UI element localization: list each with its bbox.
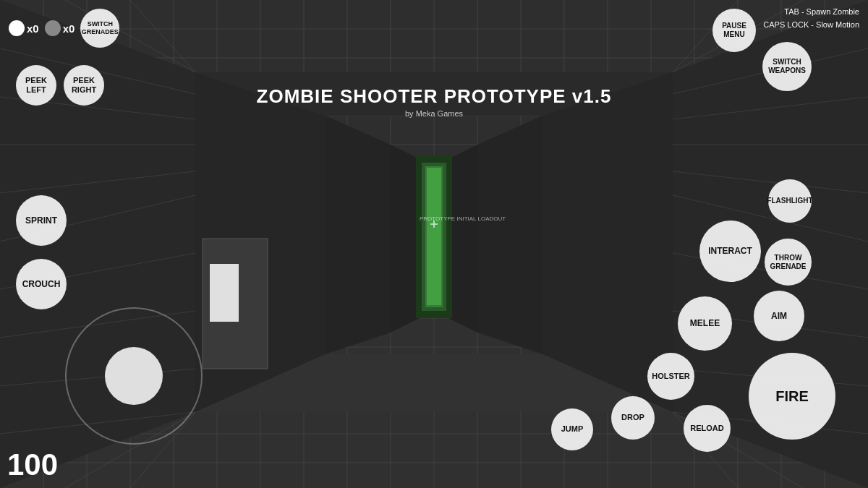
- svg-marker-87: [391, 145, 420, 333]
- sprint-button[interactable]: SPRINT: [16, 195, 67, 246]
- interact-button[interactable]: INTERACT: [699, 221, 761, 282]
- melee-button[interactable]: MELEE: [678, 296, 732, 351]
- peek-left-button[interactable]: PEEK LEFT: [16, 65, 56, 106]
- fire-button[interactable]: FIRE: [749, 353, 835, 440]
- throw-grenade-button[interactable]: THROW GRENADE: [765, 239, 812, 286]
- svg-marker-86: [477, 116, 542, 354]
- jump-button[interactable]: JUMP: [551, 408, 593, 450]
- svg-marker-88: [448, 145, 477, 333]
- reload-button[interactable]: RELOAD: [684, 405, 731, 452]
- switch-weapons-button[interactable]: SWITCH WEAPONS: [762, 42, 812, 91]
- joystick-area[interactable]: [65, 307, 203, 445]
- peek-right-button[interactable]: PEEK RIGHT: [64, 65, 104, 106]
- svg-rect-97: [210, 264, 239, 322]
- aim-button[interactable]: AIM: [754, 291, 804, 341]
- holster-button[interactable]: HOLSTER: [647, 353, 694, 400]
- svg-marker-85: [326, 116, 391, 354]
- svg-text:PROTOTYPE INITIAL LOADOUT: PROTOTYPE INITIAL LOADOUT: [420, 215, 506, 222]
- switch-grenades-button[interactable]: SWITCH GRENADES: [80, 9, 119, 48]
- pause-menu-button[interactable]: PAUSE MENU: [712, 9, 756, 52]
- crouch-button[interactable]: CROUCH: [16, 259, 67, 309]
- joystick-knob: [105, 347, 163, 405]
- svg-rect-92: [427, 168, 441, 305]
- flashlight-button[interactable]: FLASHLIGHT: [768, 179, 812, 223]
- drop-button[interactable]: DROP: [611, 396, 655, 440]
